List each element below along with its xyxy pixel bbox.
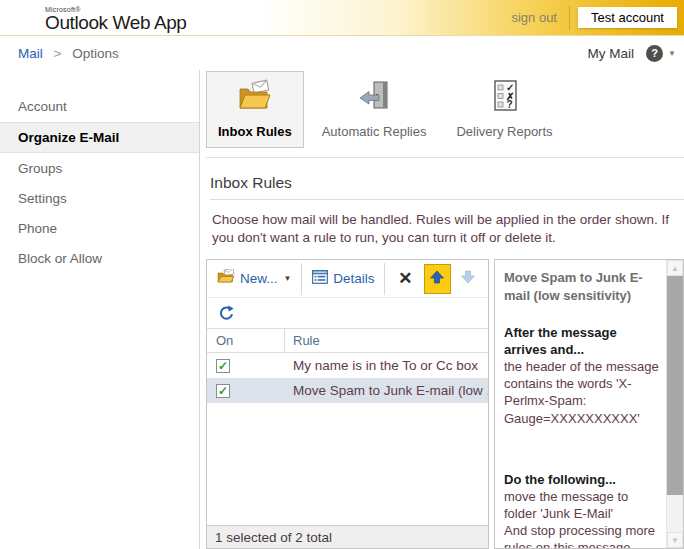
detail-scrollbar[interactable]: ▲ ▼ — [666, 260, 683, 548]
sidebar-item-phone[interactable]: Phone — [0, 214, 199, 243]
new-folder-icon — [217, 269, 235, 288]
rule-action-line1: move the message to folder 'Junk E-Mail' — [504, 488, 661, 522]
section-title: Inbox Rules — [210, 174, 684, 200]
sidebar-item-groups[interactable]: Groups — [0, 154, 199, 183]
rule-enabled-checkbox[interactable]: ✓ — [216, 359, 230, 373]
new-rule-caret-icon: ▼ — [284, 274, 292, 283]
account-name-button[interactable]: Test account — [578, 7, 677, 28]
tab-delivery-reports-label: Delivery Reports — [456, 124, 552, 139]
rule-name: My name is in the To or Cc box — [285, 358, 478, 373]
rule-name: Move Spam to Junk E-mail (low ... — [285, 383, 488, 398]
rules-toolbar: New... ▼ — [207, 260, 488, 298]
rule-on-cell: ✓ — [207, 359, 285, 373]
svg-text:?: ? — [506, 99, 512, 110]
scroll-down-icon[interactable]: ▼ — [667, 532, 683, 548]
delete-rule-icon[interactable]: ✕ — [389, 266, 421, 291]
rule-action-heading: Do the following... — [504, 471, 661, 488]
sign-out-link[interactable]: sign out — [511, 10, 557, 25]
rules-toolbar-row2 — [207, 298, 488, 328]
toolbar-separator — [301, 263, 302, 295]
rule-condition-heading: After the message arrives and... — [504, 324, 661, 358]
scrollbar-thumb[interactable] — [667, 276, 683, 495]
tab-inbox-rules[interactable]: Inbox Rules — [206, 71, 304, 148]
app-header: Microsoft® Outlook Web App sign out Test… — [0, 0, 684, 36]
my-mail-link[interactable]: My Mail — [588, 46, 635, 61]
main-content: Inbox Rules Automatic Replies — [200, 70, 684, 549]
tab-strip: Inbox Rules Automatic Replies — [206, 70, 684, 158]
table-row[interactable]: ✓ My name is in the To or Cc box — [207, 353, 488, 378]
new-rule-button[interactable]: New... ▼ — [211, 265, 297, 292]
rules-list-empty-area — [207, 403, 488, 525]
rule-enabled-checkbox[interactable]: ✓ — [216, 384, 230, 398]
details-icon — [312, 270, 328, 288]
scrollbar-track[interactable] — [667, 495, 683, 532]
header-divider — [569, 6, 570, 30]
breadcrumb-right: My Mail ? ▼ — [588, 45, 676, 62]
rule-detail-title: Move Spam to Junk E-mail (low sensitivit… — [504, 269, 661, 303]
sidebar-item-settings[interactable]: Settings — [0, 184, 199, 213]
tab-delivery-reports[interactable]: ✓ ✗ ? Delivery Reports — [444, 71, 564, 148]
move-rule-down-button[interactable] — [455, 264, 482, 294]
app-logo: Microsoft® Outlook Web App — [0, 4, 187, 32]
up-arrow-icon — [429, 269, 445, 289]
rule-action-line2: And stop processing more rules on this m… — [504, 522, 661, 548]
outlook-web-app-options-page: Microsoft® Outlook Web App sign out Test… — [0, 0, 684, 549]
column-header-rule[interactable]: Rule — [285, 333, 320, 348]
breadcrumb-options: Options — [72, 46, 119, 61]
rule-detail-content: Move Spam to Junk E-mail (low sensitivit… — [495, 260, 666, 548]
rules-list-pane: New... ▼ — [206, 259, 489, 549]
refresh-icon[interactable] — [218, 305, 234, 321]
header-right: sign out Test account — [511, 6, 684, 30]
inbox-rules-icon — [237, 79, 273, 117]
rule-condition-text: the header of the message contains the w… — [504, 358, 661, 427]
options-sidebar: Account Organize E-Mail Groups Settings … — [0, 70, 200, 549]
rules-panes: New... ▼ — [206, 259, 684, 549]
details-button[interactable]: Details — [306, 266, 380, 292]
toolbar-separator — [384, 263, 385, 295]
breadcrumb-mail-link[interactable]: Mail — [18, 46, 43, 61]
app-title: Outlook Web App — [45, 13, 187, 32]
tab-automatic-replies-label: Automatic Replies — [322, 124, 427, 139]
tab-inbox-rules-label: Inbox Rules — [218, 124, 292, 139]
breadcrumb-separator: > — [54, 46, 62, 61]
sidebar-item-block-or-allow[interactable]: Block or Allow — [0, 244, 199, 273]
breadcrumb-bar: Mail > Options My Mail ? ▼ — [0, 36, 684, 70]
help-icon[interactable]: ? — [646, 45, 663, 62]
column-header-on[interactable]: On — [207, 329, 285, 352]
tab-automatic-replies[interactable]: Automatic Replies — [310, 71, 439, 148]
sidebar-item-account[interactable]: Account — [0, 92, 199, 121]
breadcrumb: Mail > Options — [18, 46, 119, 61]
delivery-reports-icon: ✓ ✗ ? — [487, 79, 523, 117]
status-bar: 1 selected of 2 total — [207, 525, 488, 548]
details-label: Details — [333, 271, 374, 286]
body: Account Organize E-Mail Groups Settings … — [0, 70, 684, 549]
check-icon: ✓ — [218, 361, 228, 371]
sidebar-item-organize-email[interactable]: Organize E-Mail — [0, 122, 199, 153]
table-row[interactable]: ✓ Move Spam to Junk E-mail (low ... — [207, 378, 488, 403]
automatic-replies-icon — [356, 79, 392, 117]
scroll-up-icon[interactable]: ▲ — [667, 260, 683, 276]
rule-on-cell: ✓ — [207, 384, 285, 398]
rule-detail-pane: Move Spam to Junk E-mail (low sensitivit… — [494, 259, 684, 549]
down-arrow-icon — [460, 269, 476, 289]
check-icon: ✓ — [218, 386, 228, 396]
section-description: Choose how mail will be handled. Rules w… — [212, 211, 684, 247]
rules-table-header: On Rule — [207, 328, 488, 353]
move-rule-up-button[interactable] — [424, 264, 451, 294]
help-caret-icon[interactable]: ▼ — [668, 49, 676, 58]
new-rule-label: New... — [240, 271, 278, 286]
